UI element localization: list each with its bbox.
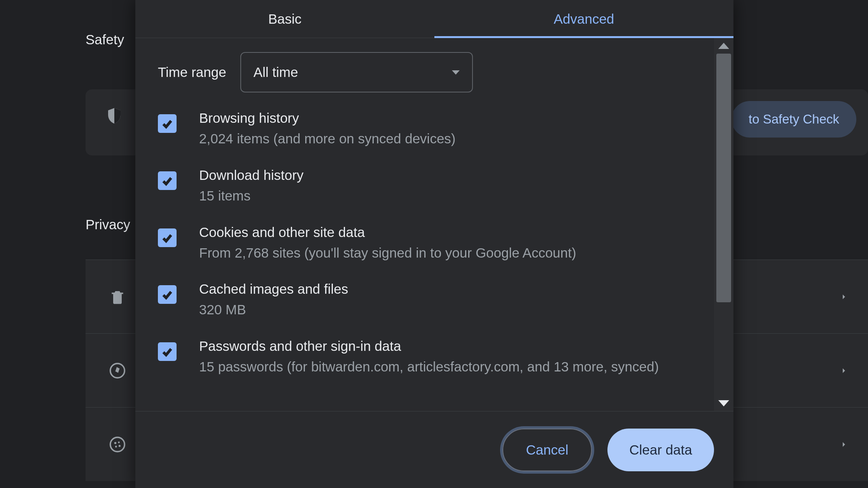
shield-icon	[105, 106, 124, 125]
tab-basic[interactable]: Basic	[135, 0, 434, 38]
chevron-right-icon	[839, 440, 849, 449]
cookie-icon	[109, 436, 126, 453]
dialog-tabs: Basic Advanced	[135, 0, 733, 38]
dialog-footer: Cancel Clear data	[135, 411, 733, 488]
tab-advanced[interactable]: Advanced	[434, 0, 733, 38]
item-subtitle: 2,024 items (and more on synced devices)	[199, 129, 456, 149]
item-subtitle: 15 items	[199, 186, 303, 206]
item-title: Cached images and files	[199, 281, 348, 297]
item-title: Cookies and other site data	[199, 225, 576, 240]
item-browsing-history: Browsing history 2,024 items (and more o…	[158, 110, 691, 149]
svg-point-1	[110, 437, 125, 451]
item-subtitle: 15 passwords (for bitwarden.com, article…	[199, 357, 659, 377]
checkbox-cached-images[interactable]	[158, 285, 177, 304]
svg-point-4	[115, 446, 117, 448]
safety-section-title: Safety	[86, 32, 124, 47]
clear-data-button[interactable]: Clear data	[607, 429, 714, 471]
checkbox-passwords[interactable]	[158, 342, 177, 361]
dialog-scroll-area: Time range All time Browsing history 2,0…	[135, 38, 714, 411]
compass-icon	[109, 362, 126, 379]
svg-point-5	[119, 445, 121, 447]
chevron-right-icon	[839, 292, 849, 302]
time-range-value: All time	[254, 64, 298, 80]
checkbox-cookies[interactable]	[158, 228, 177, 247]
svg-point-3	[118, 441, 119, 443]
item-title: Browsing history	[199, 110, 456, 126]
checkbox-browsing-history[interactable]	[158, 114, 177, 133]
clear-browsing-data-dialog: Basic Advanced Time range All time Brows…	[135, 0, 733, 488]
checkbox-download-history[interactable]	[158, 171, 177, 190]
item-subtitle: From 2,768 sites (you'll stay signed in …	[199, 243, 576, 263]
item-title: Download history	[199, 167, 303, 183]
cancel-button[interactable]: Cancel	[502, 429, 592, 471]
item-passwords: Passwords and other sign-in data 15 pass…	[158, 338, 691, 377]
scrollbar[interactable]	[714, 38, 733, 411]
time-range-label: Time range	[158, 64, 226, 80]
privacy-section-title: Privacy	[86, 217, 130, 232]
item-download-history: Download history 15 items	[158, 167, 691, 206]
svg-point-2	[114, 442, 117, 444]
scrollbar-thumb[interactable]	[716, 54, 731, 302]
chevron-right-icon	[839, 366, 849, 375]
go-to-safety-check-button[interactable]: to Safety Check	[732, 101, 856, 138]
item-cached-images: Cached images and files 320 MB	[158, 281, 691, 320]
scrollbar-down-icon[interactable]	[714, 396, 733, 411]
time-range-row: Time range All time	[158, 52, 691, 92]
item-subtitle: 320 MB	[199, 300, 348, 320]
scrollbar-up-icon[interactable]	[714, 38, 733, 54]
chevron-down-icon	[452, 70, 460, 75]
trash-icon	[109, 288, 126, 305]
dialog-body: Time range All time Browsing history 2,0…	[135, 38, 733, 411]
item-cookies: Cookies and other site data From 2,768 s…	[158, 225, 691, 263]
time-range-select[interactable]: All time	[240, 52, 473, 92]
item-title: Passwords and other sign-in data	[199, 338, 659, 354]
